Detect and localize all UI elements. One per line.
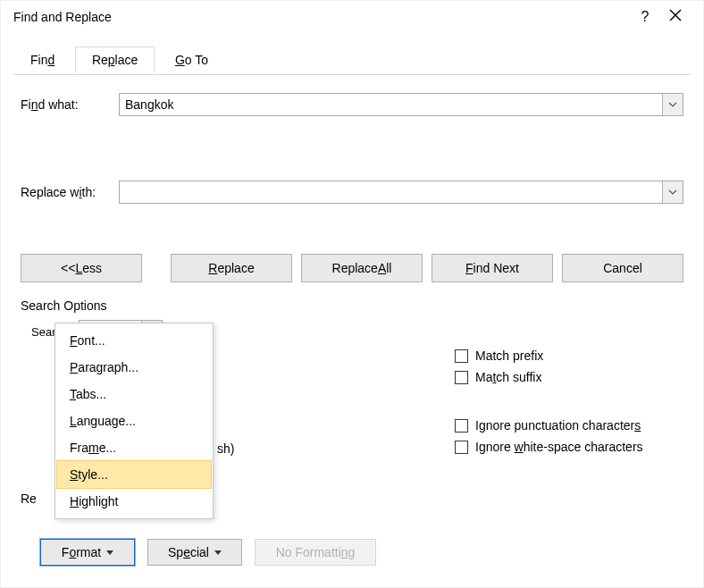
cancel-button[interactable]: Cancel [562, 254, 683, 282]
replace-with-dropdown[interactable] [662, 181, 683, 203]
find-replace-dialog: Find and Replace ? Find Replace Go To Fi… [0, 0, 704, 588]
close-icon [669, 9, 682, 21]
close-button[interactable] [660, 9, 691, 25]
format-menu-frame[interactable]: Frame... [57, 434, 211, 461]
chevron-down-icon [668, 189, 677, 195]
no-formatting-button: No Formatting [255, 539, 376, 566]
tab-replace[interactable]: Replace [75, 46, 155, 73]
checkbox-icon [455, 441, 468, 454]
find-what-combo[interactable]: Bangkok [119, 93, 683, 116]
ignore-whitespace-checkbox[interactable]: Ignore white-space characters [455, 440, 643, 454]
hidden-text-fragment: sh) [217, 441, 234, 456]
format-menu-language[interactable]: Language... [57, 407, 211, 434]
format-menu-paragraph[interactable]: Paragraph... [57, 354, 211, 381]
caret-down-icon [106, 550, 113, 555]
help-button[interactable]: ? [630, 9, 660, 25]
replace-with-row: Replace with: [21, 181, 683, 204]
search-options-label: Search Options [21, 298, 683, 313]
action-buttons: << Less Replace Replace All Find Next Ca… [21, 254, 683, 282]
replace-with-combo[interactable] [119, 181, 683, 204]
checkbox-icon [455, 349, 468, 363]
find-what-label: Find what: [21, 97, 119, 112]
format-menu-style[interactable]: Style... [57, 461, 211, 488]
find-what-value[interactable]: Bangkok [120, 94, 662, 115]
format-menu-highlight[interactable]: Highlight [57, 488, 211, 515]
replace-all-button[interactable]: Replace All [301, 254, 423, 282]
section-label-fragment: Re [21, 491, 37, 506]
format-button[interactable]: Format [40, 539, 135, 566]
find-what-dropdown[interactable] [662, 94, 683, 115]
chevron-down-icon [668, 102, 677, 107]
tab-goto[interactable]: Go To [158, 46, 225, 73]
checkbox-icon [455, 419, 468, 433]
tabs: Find Replace Go To [13, 46, 691, 75]
format-menu: Font... Paragraph... Tabs... Language...… [54, 323, 214, 519]
bottom-buttons: Format Special No Formatting [40, 539, 376, 566]
format-menu-tabs[interactable]: Tabs... [57, 381, 211, 407]
replace-button[interactable]: Replace [171, 254, 292, 282]
match-prefix-checkbox[interactable]: Match prefix [455, 349, 643, 363]
replace-with-label: Replace with: [21, 185, 119, 199]
ignore-punctuation-checkbox[interactable]: Ignore punctuation characters [455, 418, 643, 433]
titlebar: Find and Replace ? [1, 1, 703, 33]
find-next-button[interactable]: Find Next [432, 254, 553, 282]
format-menu-font[interactable]: Font... [57, 327, 211, 354]
caret-down-icon [214, 550, 222, 555]
find-what-row: Find what: Bangkok [21, 93, 683, 116]
replace-with-value[interactable] [120, 181, 662, 203]
match-suffix-checkbox[interactable]: Match suffix [455, 370, 643, 384]
checkbox-icon [455, 371, 468, 384]
tab-find[interactable]: Find [13, 46, 71, 73]
less-button[interactable]: << Less [21, 254, 142, 282]
dialog-title: Find and Replace [13, 10, 630, 24]
special-button[interactable]: Special [147, 539, 242, 566]
right-checkboxes: Match prefix Match suffix Ignore punctua… [455, 349, 643, 454]
